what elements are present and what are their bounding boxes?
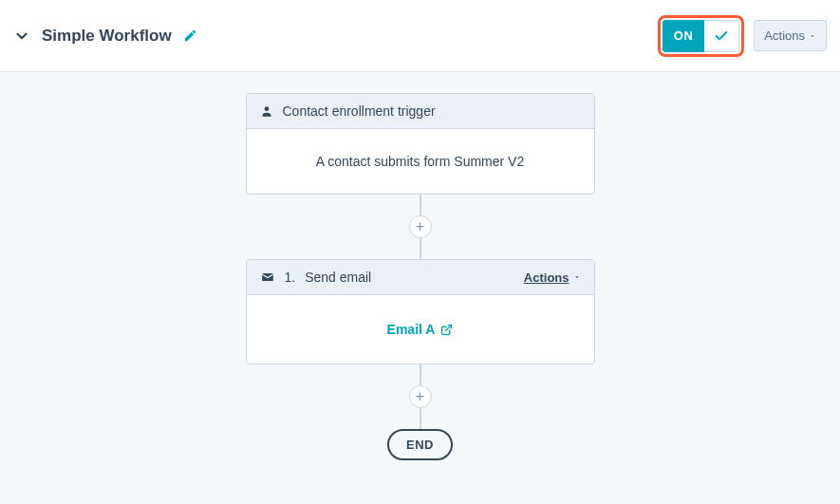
svg-point-0	[264, 106, 269, 111]
check-icon	[704, 20, 739, 52]
top-bar: Simple Workflow ON Actions	[0, 0, 840, 72]
page-title: Simple Workflow	[42, 27, 172, 46]
breadcrumb: Simple Workflow	[13, 27, 197, 46]
svg-line-2	[446, 325, 452, 330]
end-node: END	[387, 429, 453, 460]
connector-line	[420, 195, 421, 215]
contact-icon	[260, 104, 273, 118]
step-body: Email A	[247, 295, 594, 364]
trigger-title: Contact enrollment trigger	[283, 103, 436, 119]
toggle-on-label: ON	[663, 20, 705, 52]
email-link[interactable]: Email A	[387, 322, 454, 337]
edit-icon[interactable]	[183, 28, 197, 43]
email-icon	[260, 271, 275, 284]
connector-line	[420, 408, 421, 429]
connector-line	[420, 238, 421, 259]
email-link-text: Email A	[387, 322, 436, 337]
step-header: 1. Send email Actions	[247, 260, 594, 295]
actions-label: Actions	[764, 28, 805, 43]
step-actions-label: Actions	[524, 271, 569, 285]
workflow-canvas: Contact enrollment trigger A contact sub…	[0, 72, 840, 504]
connector-line	[420, 364, 421, 385]
step-actions-button[interactable]: Actions	[524, 271, 581, 285]
step-title: Send email	[305, 270, 371, 285]
actions-button[interactable]: Actions	[754, 20, 827, 51]
workflow-toggle-highlight: ON	[658, 15, 745, 57]
trigger-body: A contact submits form Summer V2	[247, 129, 594, 194]
chevron-down-icon[interactable]	[13, 28, 30, 45]
add-step-button[interactable]: +	[409, 215, 432, 238]
trigger-card[interactable]: Contact enrollment trigger A contact sub…	[246, 93, 595, 195]
top-bar-right: ON Actions	[658, 15, 827, 57]
workflow-toggle[interactable]: ON	[663, 20, 740, 52]
step-card[interactable]: 1. Send email Actions Email A	[246, 259, 595, 364]
add-step-button[interactable]: +	[409, 385, 432, 408]
trigger-header: Contact enrollment trigger	[247, 94, 594, 129]
step-number: 1.	[285, 270, 296, 285]
